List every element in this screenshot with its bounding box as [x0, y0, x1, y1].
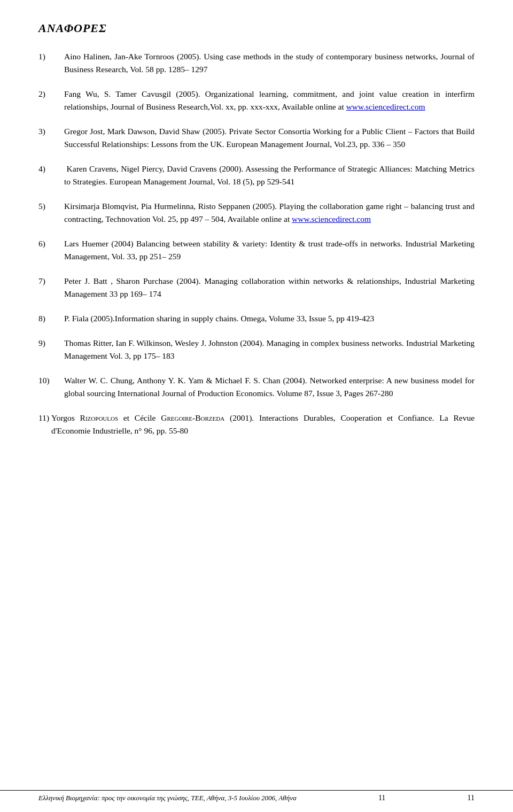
ref-number: 11) — [38, 412, 51, 437]
list-item: 3) Gregor Jost, Mark Dawson, David Shaw … — [38, 125, 475, 151]
footer-page-number: 11 — [468, 794, 475, 802]
ref-number: 1) — [38, 50, 64, 76]
page-container: ΑΝΑΦΟΡΕΣ 1) Aino Halinen, Jan-Ake Tornro… — [0, 0, 513, 481]
list-item: 10) Walter W. C. Chung, Anthony Y. K. Ya… — [38, 374, 475, 400]
ref-text: Gregor Jost, Mark Dawson, David Shaw (20… — [64, 125, 475, 151]
list-item: 4) Karen Cravens, Nigel Piercy, David Cr… — [38, 163, 475, 188]
list-item: 9) Thomas Ritter, Ian F. Wilkinson, Wesl… — [38, 337, 475, 362]
ref-number: 9) — [38, 337, 64, 362]
ref-number: 2) — [38, 88, 64, 113]
list-item: 6) Lars Huemer (2004) Balancing between … — [38, 237, 475, 263]
ref-number: 8) — [38, 312, 64, 325]
ref-text: Kirsimarja Blomqvist, Pia Hurmelinna, Ri… — [64, 200, 475, 226]
ref-text: Yorgos Rizopoulos et Cécile Gregoire-Bor… — [51, 412, 475, 437]
ref-number: 4) — [38, 163, 64, 188]
list-item: 8) P. Fiala (2005).Information sharing i… — [38, 312, 475, 325]
ref-number: 3) — [38, 125, 64, 151]
sciencedirect-link-2[interactable]: www.sciencedirect.com — [292, 214, 371, 223]
ref-text: Aino Halinen, Jan-Ake Tornroos (2005). U… — [64, 50, 475, 76]
ref-number: 6) — [38, 237, 64, 263]
ref-text: Karen Cravens, Nigel Piercy, David Crave… — [64, 163, 475, 188]
list-item: 11) Yorgos Rizopoulos et Cécile Gregoire… — [38, 412, 475, 437]
ref-text: P. Fiala (2005).Information sharing in s… — [64, 312, 475, 325]
reference-list: 1) Aino Halinen, Jan-Ake Tornroos (2005)… — [38, 50, 475, 437]
list-item: 7) Peter J. Batt , Sharon Purchase (2004… — [38, 275, 475, 300]
sciencedirect-link-1[interactable]: www.sciencedirect.com — [346, 102, 425, 111]
ref-number: 5) — [38, 200, 64, 226]
ref-text: Lars Huemer (2004) Balancing between sta… — [64, 237, 475, 263]
footer-center-text: 11 — [378, 794, 385, 802]
ref-number: 7) — [38, 275, 64, 300]
list-item: 5) Kirsimarja Blomqvist, Pia Hurmelinna,… — [38, 200, 475, 226]
footer-left-text: Ελληνική Βιομηχανία: προς την οικονομία … — [38, 794, 297, 802]
list-item: 1) Aino Halinen, Jan-Ake Tornroos (2005)… — [38, 50, 475, 76]
page-title: ΑΝΑΦΟΡΕΣ — [38, 21, 475, 35]
list-item: 2) Fang Wu, S. Tamer Cavusgil (2005). Or… — [38, 88, 475, 113]
footer: Ελληνική Βιομηχανία: προς την οικονομία … — [0, 790, 513, 802]
ref-text: Thomas Ritter, Ian F. Wilkinson, Wesley … — [64, 337, 475, 362]
ref-text: Peter J. Batt , Sharon Purchase (2004). … — [64, 275, 475, 300]
ref-text: Fang Wu, S. Tamer Cavusgil (2005). Organ… — [64, 88, 475, 113]
ref-number: 10) — [38, 374, 64, 400]
ref-text: Walter W. C. Chung, Anthony Y. K. Yam & … — [64, 374, 475, 400]
